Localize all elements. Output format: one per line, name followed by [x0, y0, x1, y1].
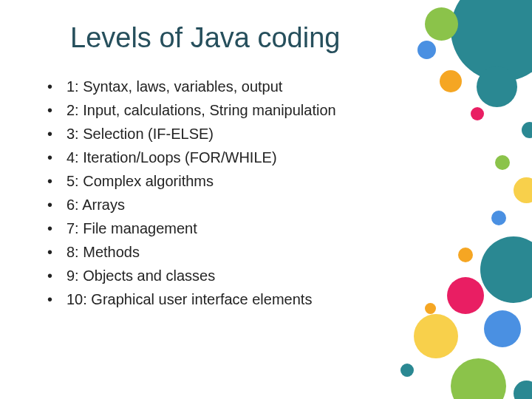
list-item: 9: Objects and classes	[44, 264, 495, 287]
list-item: 5: Complex algorithms	[44, 169, 495, 193]
list-item: 10: Graphical user interface elements	[44, 287, 495, 311]
list-item: 7: File management	[44, 216, 495, 240]
bullet-list: 1: Syntax, laws, variables, output 2: In…	[44, 75, 495, 311]
list-item: 2: Input, calculations, String manipulat…	[44, 98, 495, 122]
list-item: 6: Arrays	[44, 193, 495, 216]
slide: Levels of Java coding 1: Syntax, laws, v…	[0, 0, 532, 399]
list-item: 1: Syntax, laws, variables, output	[44, 75, 495, 98]
slide-title: Levels of Java coding	[70, 22, 495, 54]
list-item: 8: Methods	[44, 240, 495, 264]
list-item: 3: Selection (IF-ELSE)	[44, 122, 495, 146]
list-item: 4: Iteration/Loops (FOR/WHILE)	[44, 146, 495, 169]
